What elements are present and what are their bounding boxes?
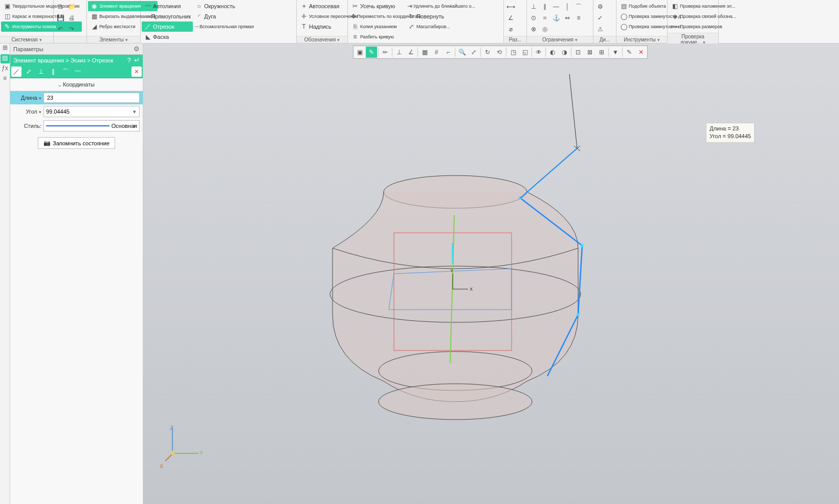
style-label: Стиль: xyxy=(13,123,41,129)
remember-state-button[interactable]: 📷 Запомнить состояние xyxy=(38,137,115,149)
mode-1[interactable]: ／ xyxy=(11,67,21,77)
con-9[interactable]: ⇔ xyxy=(562,12,573,24)
split-icon: ≡ xyxy=(351,33,359,41)
con-8[interactable]: ⚓ xyxy=(550,12,562,24)
move-coord-button[interactable]: ✥Переместить по координатам xyxy=(349,11,405,21)
con-11[interactable]: ⊗ xyxy=(528,24,539,35)
apply-icon[interactable]: ↵ xyxy=(134,56,140,64)
open-button[interactable]: 📁 xyxy=(66,1,77,12)
svg-line-17 xyxy=(520,148,577,198)
axis-z-label: Z xyxy=(170,425,173,431)
dimchk-button[interactable]: ⟷Проверка размеров xyxy=(669,21,738,32)
style-select[interactable]: Основная xyxy=(43,120,140,132)
move-icon: ✥ xyxy=(351,12,356,20)
disk-icon: 💾 xyxy=(56,14,64,22)
scale-icon: ⤢ xyxy=(407,23,415,31)
mode-6[interactable]: 〰 xyxy=(73,67,83,77)
cross-icon: ✛ xyxy=(300,12,308,20)
ribbon-group-edit: ✂Усечь кривую ✥Переместить по координата… xyxy=(348,0,504,43)
dim-c-button[interactable]: ⌀ xyxy=(505,24,516,35)
diag-b[interactable]: ✓ xyxy=(594,12,606,24)
section-coords[interactable]: Координаты xyxy=(10,78,143,91)
arc-icon: ◜ xyxy=(195,12,203,20)
dim-icon: ⟷ xyxy=(506,3,515,11)
svg-line-14 xyxy=(569,74,577,148)
angle-input[interactable]: 99.04445 xyxy=(43,106,140,117)
ribbon-group-sizes: ⟷ ∠ ⌀ Раз... xyxy=(504,0,527,43)
circle-button[interactable]: ○Окружность xyxy=(193,1,247,11)
axis-x-label: X xyxy=(160,463,163,469)
ribbon-group-annotations: ⌖Автоосевая ✛Условное пересечение TНадпи… xyxy=(297,0,348,43)
chamfer-icon: ◣ xyxy=(144,33,152,41)
segment-button[interactable]: ／Отрезок xyxy=(142,21,193,32)
arc-button[interactable]: ◜Дуга xyxy=(193,11,247,21)
mode-2[interactable]: ⤢ xyxy=(24,67,34,77)
con-3[interactable]: — xyxy=(550,1,562,12)
mode-4[interactable]: ∥ xyxy=(48,67,58,77)
diag-c[interactable]: ⚠ xyxy=(594,24,606,35)
scale-button[interactable]: ⤢Масштабиров... xyxy=(405,21,454,32)
ribbon-group-geometry: 〰Автолиния ▭Прямоугольник ／Отрезок ○Окру… xyxy=(141,0,297,43)
copy-ref-button[interactable]: ⎘Копия указанием xyxy=(349,21,405,32)
length-label: Длина ▾ xyxy=(13,95,41,101)
closec-icon: ◯ xyxy=(620,12,628,20)
strip-menu-icon[interactable]: ≡ xyxy=(1,75,10,84)
extend-button[interactable]: ⇥Удлинить до ближайшего о... xyxy=(405,1,454,11)
model-canvas: X Y xyxy=(143,43,839,504)
trim-button[interactable]: ✂Усечь кривую xyxy=(349,1,405,11)
bc-b[interactable]: Эскиз xyxy=(71,57,85,63)
annchk-button[interactable]: ◈Проверка связей обозна... xyxy=(669,11,738,21)
diag-icon2: ✓ xyxy=(596,14,604,22)
camera-icon: 📷 xyxy=(43,140,51,146)
ribbon-label-constraints: Ограничения▾ xyxy=(527,36,593,43)
mode-5[interactable]: ⌒ xyxy=(60,67,71,77)
viewport[interactable]: ▣ ✎ ✏ ⊥ ∠ ▦ # ⌐ 🔍 ⤢ ↻ ⟲ ◳ ◱ 👁 ◐ ◑ xyxy=(143,43,839,504)
strip-params-icon[interactable]: ▤ xyxy=(1,54,10,63)
strip-tree-icon[interactable]: ⊞ xyxy=(1,44,10,53)
strip-fx-icon[interactable]: ƒx xyxy=(1,64,10,74)
chamfer-button[interactable]: ◣Фаска xyxy=(142,32,192,42)
gear-icon[interactable]: ⚙ xyxy=(134,45,140,53)
con-12[interactable]: ◎ xyxy=(539,24,550,35)
print-button[interactable]: 🖨 xyxy=(66,12,77,24)
trim-icon: ✂ xyxy=(351,2,359,10)
new-button[interactable]: 🗋 xyxy=(55,1,66,12)
parallel-icon: ∥ xyxy=(541,3,549,11)
bc-a[interactable]: Элемент вращения xyxy=(13,57,64,63)
con-10[interactable]: ≡ xyxy=(573,12,584,24)
overlap-button[interactable]: ◧Проверка наложения эл... xyxy=(669,1,738,11)
line-preview xyxy=(46,125,109,126)
similar-icon: ▤ xyxy=(620,2,628,10)
undo-button[interactable]: ↶ xyxy=(55,24,66,35)
circle-icon: ○ xyxy=(195,2,203,10)
con-1[interactable]: ⊥ xyxy=(528,1,539,12)
con-5[interactable]: ⌒ xyxy=(573,1,584,12)
con-6[interactable]: ⊙ xyxy=(528,12,539,24)
extrude-icon: ▦ xyxy=(90,12,98,20)
tangent-icon: ⌒ xyxy=(575,3,583,11)
auxline-icon: ┈ xyxy=(195,23,198,31)
split-button[interactable]: ≡Разбить кривую xyxy=(349,32,399,42)
dim-a-button[interactable]: ⟷ xyxy=(505,1,516,12)
tip-angle: Угол = 99.04445 xyxy=(710,133,751,140)
text-icon: T xyxy=(300,23,308,31)
coincident-icon: ⊙ xyxy=(529,14,538,22)
rotate-button[interactable]: ↻Повернуть xyxy=(405,11,454,21)
rectangle-button[interactable]: ▭Прямоугольник xyxy=(142,11,193,21)
mode-3[interactable]: ⊥ xyxy=(36,67,46,77)
con-2[interactable]: ∥ xyxy=(539,1,550,12)
rect-icon: ▭ xyxy=(144,12,150,20)
close-icon[interactable]: ✕ xyxy=(131,67,142,77)
save-button[interactable]: 💾 xyxy=(55,12,66,24)
con-4[interactable]: │ xyxy=(562,1,573,12)
autoline-button[interactable]: 〰Автолиния xyxy=(142,1,193,11)
diag-a[interactable]: ⚙ xyxy=(594,1,606,12)
length-input[interactable] xyxy=(43,93,140,103)
redo-button[interactable]: ↷ xyxy=(66,24,77,35)
aux-line-button[interactable]: ┈Вспомогательная прямая xyxy=(193,21,247,32)
con-7[interactable]: = xyxy=(539,12,550,24)
dim-b-button[interactable]: ∠ xyxy=(505,12,516,24)
ribbon-label-elements: Элементы▾ xyxy=(87,36,140,43)
bc-c[interactable]: Отрезок xyxy=(92,57,113,63)
help-icon[interactable]: ? xyxy=(127,56,131,64)
